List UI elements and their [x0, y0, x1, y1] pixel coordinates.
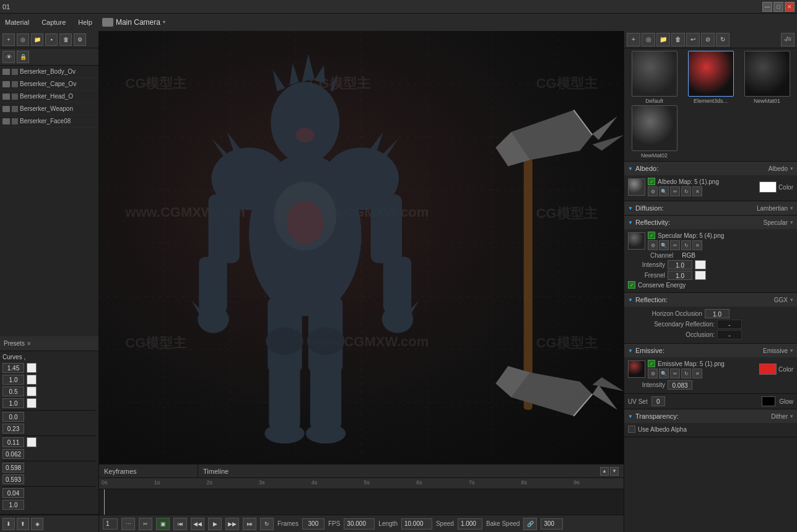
menu-capture[interactable]: Capture [39, 17, 68, 27]
layer-item-weapon[interactable]: Berserker_Weapon [0, 103, 98, 115]
timeline-up-arrow[interactable]: ▲ [600, 467, 609, 476]
layer-eye-face[interactable] [2, 118, 10, 124]
mat-element3ds-thumb[interactable] [688, 51, 734, 97]
timeline-down-arrow[interactable]: ▼ [610, 467, 619, 476]
emit-color-swatch[interactable] [759, 364, 777, 375]
emit-intensity-value[interactable]: 0.083 [668, 380, 692, 390]
menu-material[interactable]: Material [2, 17, 32, 27]
mat-newmat02[interactable]: NewMat02 [627, 105, 682, 159]
frames-input[interactable] [302, 518, 324, 530]
curve-value-10[interactable]: 0.593 [2, 474, 24, 484]
mat-newmat02-thumb[interactable] [632, 105, 677, 151]
spec-checkbox[interactable]: ✓ [648, 232, 655, 239]
curve-swatch-1[interactable] [27, 363, 37, 373]
rt-add-btn[interactable]: + [627, 33, 640, 46]
mat-default[interactable]: Default [627, 51, 682, 104]
layer-lock-head[interactable] [12, 94, 18, 100]
emit-refresh-btn[interactable]: ↻ [681, 368, 691, 378]
timeline-track[interactable] [99, 489, 624, 515]
uv-value[interactable]: 0 [651, 396, 665, 406]
keyframes-tab[interactable]: Keyframes [99, 464, 198, 477]
albedo-dropdown[interactable]: ▾ [790, 165, 793, 172]
layer-item-cape[interactable]: Berserker_Cape_Ov [0, 78, 98, 90]
link-btn[interactable]: 🔗 [523, 518, 537, 530]
tb-lock-button[interactable]: 🔒 [17, 51, 29, 63]
emit-settings-btn[interactable]: ⚙ [648, 368, 658, 378]
albedo-edit-btn[interactable]: ✏ [670, 186, 680, 196]
pb-cut-btn[interactable]: ✂ [139, 518, 152, 530]
emissive-dropdown[interactable]: ▾ [790, 347, 793, 354]
minimize-button[interactable]: — [762, 2, 772, 12]
spec-settings-btn[interactable]: ⚙ [648, 240, 658, 250]
pb-forward-btn[interactable]: ▶▶ [225, 518, 239, 530]
use-albedo-checkbox[interactable] [628, 425, 635, 433]
intensity-swatch[interactable] [695, 260, 706, 269]
emit-edit-btn[interactable]: ✏ [670, 368, 680, 378]
curve-swatch-4[interactable] [27, 398, 37, 408]
mat-newmat01[interactable]: NewMat01 [739, 51, 795, 104]
pb-step-fwd-btn[interactable]: ⏭ [243, 518, 256, 530]
rt-target-btn[interactable]: ◎ [642, 33, 655, 46]
pb-step-back-btn[interactable]: ⏮ [173, 518, 187, 530]
diffusion-dropdown[interactable]: ▾ [790, 205, 793, 211]
rt-delete-btn[interactable]: 🗑 [671, 33, 685, 46]
fresnel-swatch[interactable] [695, 271, 706, 280]
curve-value-3[interactable]: 0.5 [2, 386, 24, 396]
close-button[interactable]: ✕ [785, 2, 795, 12]
intensity-value[interactable]: 1.0 [668, 260, 692, 269]
albedo-refresh-btn[interactable]: ↻ [681, 186, 691, 196]
mat-newmat01-thumb[interactable] [744, 51, 790, 97]
camera-dropdown-arrow[interactable]: ▾ [163, 19, 165, 25]
rt-folder-btn[interactable]: 📁 [656, 33, 670, 46]
tb-eye-button[interactable]: 👁 [2, 51, 15, 63]
playhead[interactable] [104, 489, 105, 515]
pb-loop-btn[interactable]: ↻ [260, 518, 274, 530]
layer-eye-weapon[interactable] [2, 106, 10, 112]
tb-add-button[interactable]: + [2, 33, 15, 46]
albedo-clear-btn[interactable]: ✕ [692, 186, 702, 196]
transparency-header[interactable]: ▼ Transparency: Dither ▾ [624, 409, 797, 423]
rt-slash-btn[interactable]: ⊘ [701, 33, 715, 46]
glow-swatch[interactable] [762, 396, 775, 406]
curve-swatch-2[interactable] [27, 375, 37, 385]
layer-item-face[interactable]: Berserker_Face08 [0, 115, 98, 128]
reflection-header[interactable]: ▼ Reflection: GGX ▾ [624, 293, 797, 307]
mat-element3ds[interactable]: Element3ds... [683, 51, 738, 104]
tb-delete-button[interactable]: 🗑 [59, 33, 72, 46]
curve-value-9[interactable]: 0.598 [2, 463, 24, 473]
tb-square-button[interactable]: ▪ [45, 33, 58, 46]
emit-checkbox[interactable]: ✓ [648, 360, 655, 367]
albedo-color-swatch[interactable] [759, 181, 777, 193]
viewport[interactable]: CG模型主 CG模型主 CG模型主 www.CGMXW.com www.CGMX… [99, 31, 624, 464]
pb-rewind-btn[interactable]: ◀◀ [191, 518, 204, 530]
layer-item-head[interactable]: Berserker_Head_O [0, 90, 98, 103]
pb-play-btn[interactable]: ▶ [208, 518, 222, 530]
spec-refresh-btn[interactable]: ↻ [681, 240, 691, 250]
curve-value-1[interactable]: 1.45 [2, 363, 24, 373]
curve-value-11[interactable]: 0.04 [2, 488, 24, 498]
emit-clear-btn[interactable]: ✕ [692, 368, 702, 378]
maximize-button[interactable]: □ [773, 2, 783, 12]
layer-eye-cape[interactable] [2, 81, 10, 87]
timeline-tab[interactable]: Timeline ▲ ▼ [198, 464, 624, 477]
layer-item-body[interactable]: Berserker_Body_Ov [0, 66, 98, 78]
layer-eye-body[interactable] [2, 69, 10, 75]
curve-value-8[interactable]: 0.062 [2, 449, 24, 459]
mat-default-thumb[interactable] [632, 51, 677, 97]
curve-value-4[interactable]: 1.0 [2, 398, 24, 408]
tb-bottom-btn2[interactable]: ⬆ [17, 518, 29, 530]
spec-clear-btn[interactable]: ✕ [692, 240, 702, 250]
rt-back-btn[interactable]: ↩ [686, 33, 700, 46]
tb-bottom-btn3[interactable]: ◈ [31, 518, 43, 530]
curve-value-5[interactable]: 0.0 [2, 412, 24, 422]
albedo-header[interactable]: ▼ Albedo: Albedo ▾ [624, 162, 797, 175]
transparency-dropdown[interactable]: ▾ [790, 413, 793, 419]
reflectivity-header[interactable]: ▼ Reflectivity: Specular ▾ [624, 216, 797, 229]
curve-swatch-3[interactable] [27, 386, 37, 396]
layer-lock-weapon[interactable] [12, 106, 18, 112]
menu-help[interactable]: Help [76, 17, 95, 27]
curve-value-12[interactable]: 1.0 [2, 500, 24, 510]
emit-search-btn[interactable]: 🔍 [659, 368, 669, 378]
emissive-header[interactable]: ▼ Emissive: Emissive ▾ [624, 344, 797, 357]
curve-value-6[interactable]: 0.23 [2, 424, 24, 434]
